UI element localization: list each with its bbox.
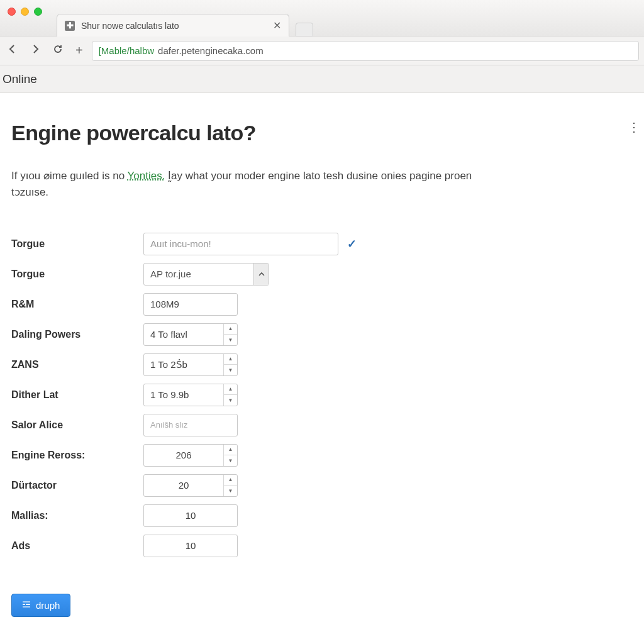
label-torque-1: Torgue (11, 238, 143, 250)
label-rm: R&M (11, 299, 143, 310)
submit-row: druph (11, 594, 633, 617)
submit-icon (22, 600, 31, 611)
window-controls (8, 8, 42, 16)
nav-back-icon[interactable] (5, 43, 20, 58)
nav-buttons: + (5, 42, 86, 59)
label-dither-lat: Dither Lаt (11, 389, 143, 401)
row-durtactor: Dürtactor 20 ▲ ▼ (11, 470, 633, 501)
submit-button[interactable]: druph (11, 594, 70, 617)
page-content: ⋮ Engine powercalcu lato? If yıou ⌀ime g… (0, 93, 644, 632)
torque-text-placeholder: Auıt incu-mon! (150, 238, 211, 249)
zans-stepper[interactable]: 1 To 2Ṡb ▲ ▼ (143, 353, 238, 376)
svg-rect-0 (23, 604, 25, 605)
zans-value: 1 To 2Ṡb (144, 359, 223, 370)
rm-value: 108M9 (144, 299, 237, 309)
page-title: Engine powercalcu lato? (11, 121, 633, 145)
row-daling-powers: Daling Powers 4 To flavl ▲ ▼ (11, 319, 633, 350)
nav-reload-icon[interactable] (50, 43, 65, 58)
submit-label: druph (36, 600, 60, 611)
stepper-up-icon[interactable]: ▲ (224, 445, 237, 456)
calculator-form: Torgue Auıt incu-mon! ✓ Torgue AP tor.ju… (11, 229, 633, 561)
row-torque-1: Torgue Auıt incu-mon! ✓ (11, 229, 633, 259)
row-dither-lat: Dither Lаt 1 To 9.9b ▲ ▼ (11, 380, 633, 410)
dither-lat-stepper[interactable]: 1 To 9.9b ▲ ▼ (143, 384, 238, 406)
url-input[interactable]: [Mable/halbw dafer.petenginecaka.com (92, 41, 639, 61)
window-minimize-button[interactable] (21, 8, 29, 16)
stepper-down-icon[interactable]: ▼ (224, 486, 237, 496)
torque-text-input[interactable]: Auıt incu-mon! (143, 233, 338, 255)
row-mallias: Mallias: 10 (11, 501, 633, 531)
stepper-up-icon[interactable]: ▲ (224, 384, 237, 396)
bookmarks-bar: Online (0, 65, 644, 93)
torque-select-value: AP tor.jue (150, 269, 253, 279)
stepper-down-icon[interactable]: ▼ (224, 335, 237, 345)
svg-rect-1 (26, 604, 30, 605)
stepper-icon: ▲ ▼ (223, 324, 237, 345)
url-prefix: [Mable/halbw (99, 45, 154, 56)
stepper-icon: ▲ ▼ (223, 445, 237, 466)
label-torque-2: Torgue (11, 269, 143, 280)
row-engine-reross: Engine Reross: 206 ▲ ▼ (11, 440, 633, 470)
svg-rect-2 (23, 601, 30, 602)
engine-reross-value: 206 (144, 450, 223, 460)
svg-rect-3 (23, 606, 30, 608)
row-salor-alice: Salor Alice Anıišh slız (11, 410, 633, 440)
label-durtactor: Dürtactor (11, 480, 143, 491)
stepper-up-icon[interactable]: ▲ (224, 324, 237, 335)
chevron-up-icon (253, 264, 269, 285)
intro-text-a: If yıou ⌀ime guıled is no (11, 170, 128, 182)
nav-add-icon[interactable]: + (73, 42, 86, 59)
daling-powers-value: 4 To flavl (144, 329, 223, 340)
durtactor-value: 20 (144, 480, 223, 491)
tab-title: Shur nowe calculatıs lato (81, 21, 179, 31)
label-engine-reross: Engine Reross: (11, 450, 143, 461)
stepper-icon: ▲ ▼ (223, 475, 237, 496)
bookmarks-bar-label: Online (3, 72, 37, 86)
browser-tab-active[interactable]: ✚ Shur nowe calculatıs lato ✕ (57, 14, 289, 36)
stepper-down-icon[interactable]: ▼ (224, 365, 237, 375)
torque-select[interactable]: AP tor.jue (143, 263, 269, 286)
label-ads: Ads (11, 540, 143, 552)
nav-forward-icon[interactable] (28, 43, 43, 58)
tab-bar: ✚ Shur nowe calculatıs lato ✕ (57, 11, 313, 36)
rm-input[interactable]: 108M9 (143, 293, 238, 316)
label-daling-powers: Daling Powers (11, 329, 143, 340)
new-tab-button[interactable] (296, 23, 313, 36)
torque-validated-check-icon: ✓ (347, 237, 357, 251)
label-salor-alice: Salor Alice (11, 419, 143, 431)
url-rest: dafer.petenginecaka.com (158, 45, 264, 56)
tab-favicon-icon: ✚ (65, 21, 75, 31)
ads-input[interactable]: 10 (143, 535, 238, 557)
stepper-up-icon[interactable]: ▲ (224, 475, 237, 486)
window-close-button[interactable] (8, 8, 16, 16)
row-zans: ZANS 1 To 2Ṡb ▲ ▼ (11, 350, 633, 380)
intro-link[interactable]: Yonties. (128, 170, 165, 182)
intro-paragraph: If yıou ⌀ime guıled is no Yonties. l̰ay … (11, 168, 502, 201)
stepper-up-icon[interactable]: ▲ (224, 354, 237, 365)
window-maximize-button[interactable] (34, 8, 42, 16)
ads-value: 10 (144, 540, 237, 551)
label-mallias: Mallias: (11, 510, 143, 521)
tab-close-icon[interactable]: ✕ (273, 19, 281, 31)
address-bar-row: + [Mable/halbw dafer.petenginecaka.com (0, 36, 644, 65)
stepper-icon: ▲ ▼ (223, 354, 237, 375)
daling-powers-stepper[interactable]: 4 To flavl ▲ ▼ (143, 323, 238, 346)
row-ads: Ads 10 (11, 531, 633, 561)
stepper-down-icon[interactable]: ▼ (224, 395, 237, 406)
row-torque-2: Torgue AP tor.jue (11, 259, 633, 289)
stepper-icon: ▲ ▼ (223, 384, 237, 406)
dither-lat-value: 1 To 9.9b (144, 389, 223, 400)
label-zans: ZANS (11, 359, 143, 370)
salor-alice-input[interactable]: Anıišh slız (143, 414, 238, 436)
engine-reross-stepper[interactable]: 206 ▲ ▼ (143, 444, 238, 467)
row-rm: R&M 108M9 (11, 289, 633, 319)
durtactor-stepper[interactable]: 20 ▲ ▼ (143, 474, 238, 497)
page-overflow-menu-icon[interactable]: ⋮ (628, 119, 640, 135)
mallias-input[interactable]: 10 (143, 504, 238, 527)
window-titlebar: ✚ Shur nowe calculatıs lato ✕ (0, 0, 644, 36)
mallias-value: 10 (144, 510, 237, 521)
salor-alice-placeholder: Anıišh slız (144, 420, 237, 430)
stepper-down-icon[interactable]: ▼ (224, 455, 237, 466)
